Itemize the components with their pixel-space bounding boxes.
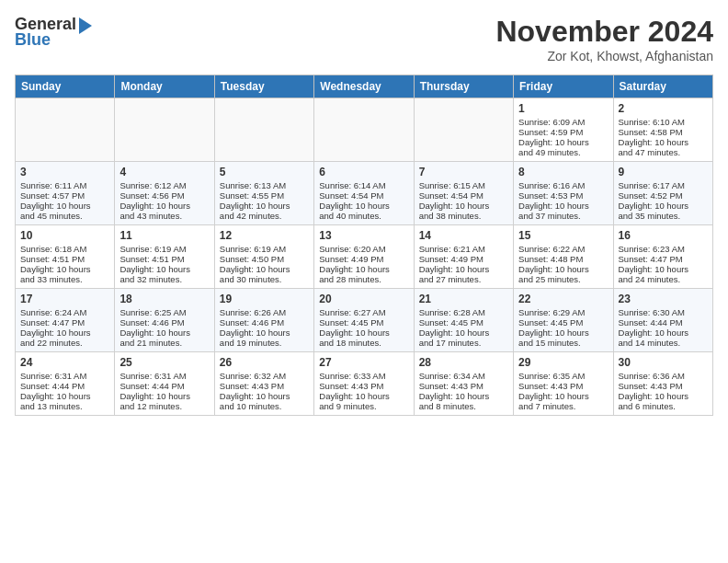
day-info: Daylight: 10 hours <box>619 264 708 274</box>
day-number: 19 <box>220 293 309 305</box>
calendar-week-3: 10Sunrise: 6:18 AMSunset: 4:51 PMDayligh… <box>16 225 713 289</box>
day-info: Sunset: 4:43 PM <box>220 381 309 391</box>
day-info: Daylight: 10 hours <box>619 137 708 147</box>
day-info: Sunset: 4:48 PM <box>518 254 608 264</box>
day-info: Sunrise: 6:13 AM <box>220 180 309 190</box>
day-info: and 21 minutes. <box>119 338 209 348</box>
calendar-cell: 6Sunrise: 6:14 AMSunset: 4:54 PMDaylight… <box>314 162 414 225</box>
day-info: Daylight: 10 hours <box>220 201 309 211</box>
day-info: Daylight: 10 hours <box>619 201 708 211</box>
day-info: Sunrise: 6:09 AM <box>518 117 608 127</box>
day-info: Sunrise: 6:22 AM <box>518 244 608 254</box>
day-info: Daylight: 10 hours <box>220 327 309 338</box>
day-info: Daylight: 10 hours <box>419 201 508 211</box>
day-number: 25 <box>119 356 209 369</box>
calendar-table: SundayMondayTuesdayWednesdayThursdayFrid… <box>15 75 713 416</box>
calendar-cell <box>16 98 115 162</box>
day-info: Sunset: 4:51 PM <box>20 254 109 264</box>
day-info: and 19 minutes. <box>220 338 309 348</box>
logo-arrow-icon <box>79 17 92 34</box>
calendar-header-thursday: Thursday <box>414 75 513 98</box>
day-info: Daylight: 10 hours <box>119 327 209 338</box>
day-number: 20 <box>319 293 408 305</box>
day-info: Sunset: 4:49 PM <box>419 254 508 264</box>
calendar-cell: 24Sunrise: 6:31 AMSunset: 4:44 PMDayligh… <box>16 352 115 416</box>
day-info: Daylight: 10 hours <box>119 201 209 211</box>
day-info: Sunset: 4:56 PM <box>119 190 209 201</box>
day-info: Sunset: 4:59 PM <box>518 127 608 137</box>
calendar-cell: 1Sunrise: 6:09 AMSunset: 4:59 PMDaylight… <box>514 98 613 162</box>
day-info: Sunrise: 6:21 AM <box>419 244 508 254</box>
day-info: and 25 minutes. <box>518 274 608 284</box>
day-info: Daylight: 10 hours <box>119 264 209 274</box>
day-info: Sunrise: 6:20 AM <box>319 244 408 254</box>
calendar-cell: 18Sunrise: 6:25 AMSunset: 4:46 PMDayligh… <box>115 289 214 352</box>
calendar-cell: 14Sunrise: 6:21 AMSunset: 4:49 PMDayligh… <box>414 225 513 289</box>
day-info: and 24 minutes. <box>619 274 708 284</box>
day-info: Daylight: 10 hours <box>419 391 508 401</box>
day-info: and 6 minutes. <box>619 401 708 411</box>
calendar-header-saturday: Saturday <box>613 75 712 98</box>
day-info: and 10 minutes. <box>220 401 309 411</box>
day-info: Daylight: 10 hours <box>20 264 109 274</box>
calendar-cell: 4Sunrise: 6:12 AMSunset: 4:56 PMDaylight… <box>115 162 214 225</box>
day-info: Sunrise: 6:29 AM <box>518 307 608 317</box>
calendar-cell: 13Sunrise: 6:20 AMSunset: 4:49 PMDayligh… <box>314 225 414 289</box>
calendar-cell: 9Sunrise: 6:17 AMSunset: 4:52 PMDaylight… <box>613 162 712 225</box>
day-info: Sunrise: 6:32 AM <box>220 371 309 381</box>
calendar-cell: 3Sunrise: 6:11 AMSunset: 4:57 PMDaylight… <box>16 162 115 225</box>
calendar-cell: 26Sunrise: 6:32 AMSunset: 4:43 PMDayligh… <box>214 352 313 416</box>
calendar-cell: 7Sunrise: 6:15 AMSunset: 4:54 PMDaylight… <box>414 162 513 225</box>
day-info: Sunset: 4:52 PM <box>619 190 708 201</box>
calendar-cell <box>214 98 313 162</box>
day-number: 1 <box>518 102 608 115</box>
day-info: Sunrise: 6:35 AM <box>518 371 608 381</box>
day-info: Sunset: 4:53 PM <box>518 190 608 201</box>
day-info: Sunset: 4:44 PM <box>20 381 109 391</box>
day-number: 27 <box>319 356 408 369</box>
day-info: Daylight: 10 hours <box>20 327 109 338</box>
day-info: and 13 minutes. <box>20 401 109 411</box>
day-number: 29 <box>518 356 608 369</box>
day-info: Sunset: 4:43 PM <box>319 381 408 391</box>
day-info: Sunrise: 6:34 AM <box>419 371 508 381</box>
calendar-cell: 2Sunrise: 6:10 AMSunset: 4:58 PMDaylight… <box>613 98 712 162</box>
day-info: Sunrise: 6:17 AM <box>619 180 708 190</box>
day-info: Daylight: 10 hours <box>20 201 109 211</box>
calendar-week-2: 3Sunrise: 6:11 AMSunset: 4:57 PMDaylight… <box>16 162 713 225</box>
day-info: Sunrise: 6:10 AM <box>619 117 708 127</box>
calendar-cell <box>115 98 214 162</box>
day-info: and 30 minutes. <box>220 274 309 284</box>
day-info: Sunrise: 6:19 AM <box>220 244 309 254</box>
calendar-cell: 17Sunrise: 6:24 AMSunset: 4:47 PMDayligh… <box>16 289 115 352</box>
day-info: and 14 minutes. <box>619 338 708 348</box>
day-number: 28 <box>419 356 508 369</box>
day-number: 17 <box>20 293 109 305</box>
calendar-cell <box>314 98 414 162</box>
calendar-header-tuesday: Tuesday <box>214 75 313 98</box>
day-info: and 28 minutes. <box>319 274 408 284</box>
day-info: Sunrise: 6:26 AM <box>220 307 309 317</box>
calendar-cell: 27Sunrise: 6:33 AMSunset: 4:43 PMDayligh… <box>314 352 414 416</box>
day-info: and 27 minutes. <box>419 274 508 284</box>
day-info: and 22 minutes. <box>20 338 109 348</box>
day-number: 7 <box>419 166 508 178</box>
calendar-cell: 12Sunrise: 6:19 AMSunset: 4:50 PMDayligh… <box>214 225 313 289</box>
calendar-cell: 8Sunrise: 6:16 AMSunset: 4:53 PMDaylight… <box>514 162 613 225</box>
day-number: 23 <box>619 293 708 305</box>
day-info: and 43 minutes. <box>119 211 209 221</box>
calendar-cell: 11Sunrise: 6:19 AMSunset: 4:51 PMDayligh… <box>115 225 214 289</box>
day-info: Sunrise: 6:12 AM <box>119 180 209 190</box>
calendar-header-monday: Monday <box>115 75 214 98</box>
day-info: and 35 minutes. <box>619 211 708 221</box>
day-info: Sunset: 4:44 PM <box>619 317 708 327</box>
day-number: 8 <box>518 166 608 178</box>
calendar-cell: 29Sunrise: 6:35 AMSunset: 4:43 PMDayligh… <box>514 352 613 416</box>
day-info: Sunset: 4:46 PM <box>119 317 209 327</box>
day-info: and 40 minutes. <box>319 211 408 221</box>
day-info: Sunset: 4:49 PM <box>319 254 408 264</box>
day-info: Sunset: 4:43 PM <box>518 381 608 391</box>
day-info: Daylight: 10 hours <box>419 264 508 274</box>
day-number: 26 <box>220 356 309 369</box>
day-info: Daylight: 10 hours <box>518 391 608 401</box>
